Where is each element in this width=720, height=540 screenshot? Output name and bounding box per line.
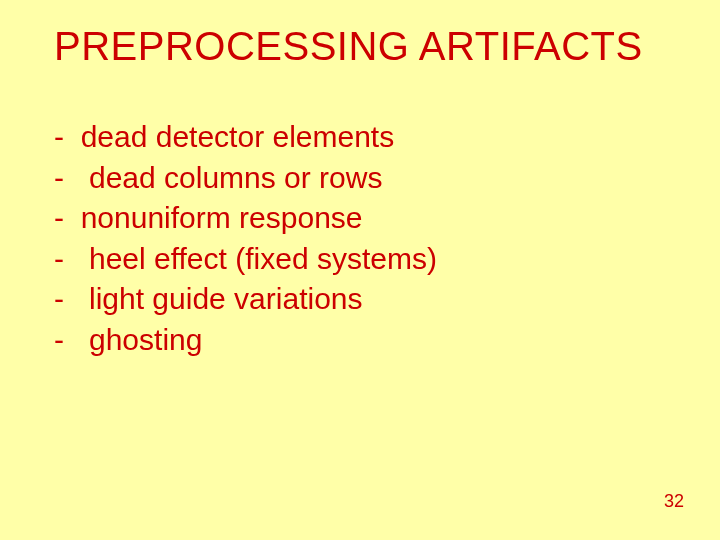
list-item: - dead columns or rows [54,158,666,199]
list-item: - light guide variations [54,279,666,320]
list-item: - nonuniform response [54,198,666,239]
list-item: - heel effect (fixed systems) [54,239,666,280]
bullet-list: - dead detector elements - dead columns … [54,117,666,360]
slide: PREPROCESSING ARTIFACTS - dead detector … [0,0,720,540]
list-item: - dead detector elements [54,117,666,158]
slide-title: PREPROCESSING ARTIFACTS [54,24,666,69]
page-number: 32 [664,491,684,512]
list-item: - ghosting [54,320,666,361]
